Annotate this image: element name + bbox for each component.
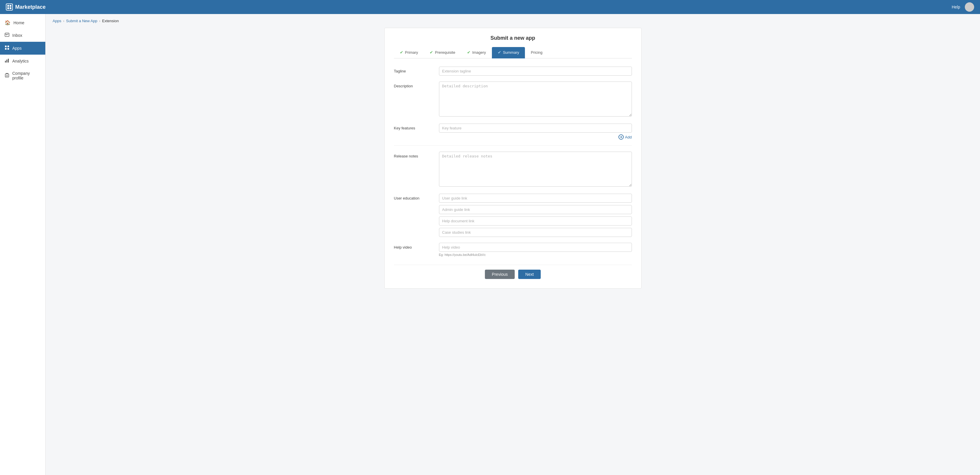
svg-rect-16 xyxy=(7,76,8,76)
sidebar-label-analytics: Analytics xyxy=(12,59,29,64)
tab-pricing[interactable]: Pricing xyxy=(525,47,548,59)
help-video-input[interactable] xyxy=(439,243,632,252)
sidebar-item-apps[interactable]: Apps xyxy=(0,42,45,55)
svg-rect-11 xyxy=(8,59,9,62)
user-education-field-group xyxy=(439,194,632,237)
analytics-icon xyxy=(5,58,10,64)
help-video-label: Help video xyxy=(394,243,432,249)
svg-rect-15 xyxy=(6,76,7,76)
svg-rect-13 xyxy=(6,75,7,76)
tagline-label: Tagline xyxy=(394,67,432,73)
tabs: ✔ Primary ✔ Prerequisite ✔ Imagery ✔ Sum… xyxy=(394,47,632,59)
company-icon xyxy=(5,73,10,79)
summary-check-icon: ✔ xyxy=(498,50,501,55)
sidebar-item-company-profile[interactable]: Company profile xyxy=(0,67,45,84)
top-nav-right: Help xyxy=(951,2,974,12)
help-video-hint: Eg: https://youtu.be/Adl4ulcEbVc xyxy=(439,253,632,256)
next-button[interactable]: Next xyxy=(518,270,541,279)
breadcrumb-sep-1: › xyxy=(63,19,64,23)
key-features-field-group: + Add xyxy=(439,124,632,140)
form-card: Submit a new app ✔ Primary ✔ Prerequisit… xyxy=(384,28,641,289)
key-features-row: Key features + Add xyxy=(394,124,632,140)
user-guide-input[interactable] xyxy=(439,194,632,203)
top-nav: Marketplace Help xyxy=(0,0,980,14)
tab-prerequisite[interactable]: ✔ Prerequisite xyxy=(424,47,461,59)
breadcrumb: Apps › Submit a New App › Extension xyxy=(52,19,973,23)
help-video-field-group: Eg: https://youtu.be/Adl4ulcEbVc xyxy=(439,243,632,256)
release-notes-label: Release notes xyxy=(394,152,432,158)
brand: Marketplace xyxy=(6,3,46,11)
breadcrumb-apps[interactable]: Apps xyxy=(52,19,61,23)
release-notes-row: Release notes xyxy=(394,152,632,188)
svg-rect-12 xyxy=(5,74,9,77)
breadcrumb-submit[interactable]: Submit a New App xyxy=(66,19,97,23)
help-video-row: Help video Eg: https://youtu.be/Adl4ulcE… xyxy=(394,243,632,256)
sidebar: 🏠 Home Inbox Apps xyxy=(0,14,46,475)
app-body: 🏠 Home Inbox Apps xyxy=(0,14,980,475)
svg-rect-5 xyxy=(5,46,7,47)
svg-rect-2 xyxy=(7,7,9,9)
svg-rect-1 xyxy=(10,5,11,7)
brand-label: Marketplace xyxy=(15,4,46,10)
help-link[interactable]: Help xyxy=(951,5,960,10)
svg-rect-7 xyxy=(5,48,7,50)
tagline-row: Tagline xyxy=(394,67,632,76)
tab-primary-label: Primary xyxy=(405,50,418,55)
brand-icon xyxy=(6,3,13,11)
description-field-group xyxy=(439,81,632,118)
primary-check-icon: ✔ xyxy=(400,50,403,55)
tagline-input[interactable] xyxy=(439,67,632,76)
sidebar-label-company-profile: Company profile xyxy=(12,71,41,80)
release-notes-input[interactable] xyxy=(439,152,632,187)
sidebar-label-apps: Apps xyxy=(12,46,22,51)
prerequisite-check-icon: ✔ xyxy=(430,50,433,55)
apps-icon xyxy=(5,45,10,51)
user-education-row: User education xyxy=(394,194,632,237)
sidebar-label-inbox: Inbox xyxy=(12,33,22,38)
add-label: Add xyxy=(625,135,632,139)
svg-rect-14 xyxy=(7,75,8,76)
sidebar-item-inbox[interactable]: Inbox xyxy=(0,29,45,42)
add-key-feature-button[interactable]: + Add xyxy=(439,134,632,140)
imagery-check-icon: ✔ xyxy=(467,50,471,55)
sidebar-label-home: Home xyxy=(13,21,24,25)
tab-primary[interactable]: ✔ Primary xyxy=(394,47,424,59)
inbox-icon xyxy=(5,32,10,38)
svg-rect-9 xyxy=(5,61,6,62)
svg-rect-8 xyxy=(8,48,10,50)
sidebar-item-home[interactable]: 🏠 Home xyxy=(0,16,45,29)
tab-imagery-label: Imagery xyxy=(473,50,486,55)
case-studies-input[interactable] xyxy=(439,228,632,237)
release-notes-field-group xyxy=(439,152,632,188)
breadcrumb-current: Extension xyxy=(102,19,119,23)
key-features-label: Key features xyxy=(394,124,432,130)
description-input[interactable] xyxy=(439,81,632,116)
plus-icon: + xyxy=(619,134,624,140)
user-education-label: User education xyxy=(394,194,432,200)
tab-summary-label: Summary xyxy=(503,50,519,55)
help-document-input[interactable] xyxy=(439,216,632,226)
admin-guide-input[interactable] xyxy=(439,205,632,214)
avatar[interactable] xyxy=(965,2,974,12)
svg-rect-6 xyxy=(8,46,10,47)
tab-imagery[interactable]: ✔ Imagery xyxy=(461,47,492,59)
tagline-field-group xyxy=(439,67,632,76)
sidebar-item-analytics[interactable]: Analytics xyxy=(0,55,45,67)
tab-pricing-label: Pricing xyxy=(531,50,542,55)
main-content: Apps › Submit a New App › Extension Subm… xyxy=(46,14,980,475)
key-features-input[interactable] xyxy=(439,124,632,133)
breadcrumb-sep-2: › xyxy=(99,19,100,23)
svg-rect-3 xyxy=(10,7,11,9)
description-row: Description xyxy=(394,81,632,118)
svg-rect-10 xyxy=(6,60,7,62)
tab-prerequisite-label: Prerequisite xyxy=(435,50,455,55)
previous-button[interactable]: Previous xyxy=(485,270,515,279)
description-label: Description xyxy=(394,81,432,88)
svg-rect-0 xyxy=(7,5,9,7)
form-title: Submit a new app xyxy=(394,35,632,41)
home-icon: 🏠 xyxy=(5,20,11,25)
tab-summary[interactable]: ✔ Summary xyxy=(492,47,525,59)
action-row: Previous Next xyxy=(394,265,632,279)
